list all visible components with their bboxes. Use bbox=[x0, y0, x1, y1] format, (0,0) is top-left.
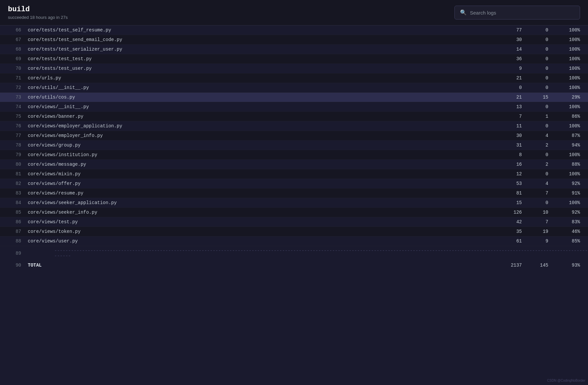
search-box[interactable]: 🔍 Search logs bbox=[454, 6, 580, 20]
row-number: 87 bbox=[0, 229, 26, 234]
row-number: 82 bbox=[0, 181, 26, 186]
row-stmts: 53 bbox=[495, 181, 528, 186]
table-row: 83 core/views/resume.py 81 7 91% bbox=[0, 189, 588, 198]
row-file: core/tests/test_self_resume.py bbox=[26, 27, 495, 33]
table-row: 78 core/views/group.py 31 2 94% bbox=[0, 141, 588, 150]
row-cover: 92% bbox=[555, 210, 588, 215]
row-cover: 100% bbox=[555, 85, 588, 90]
row-file: core/views/token.py bbox=[26, 229, 495, 234]
row-file: core/views/offer.py bbox=[26, 181, 495, 186]
row-cover: 100% bbox=[555, 47, 588, 52]
row-cover: 91% bbox=[555, 191, 588, 196]
row-number: 70 bbox=[0, 66, 26, 71]
row-file: core/views/institution.py bbox=[26, 152, 495, 157]
row-stmts: 42 bbox=[495, 219, 528, 225]
row-cover: 88% bbox=[555, 162, 588, 167]
row-cover: 100% bbox=[555, 37, 588, 42]
row-file: core/views/mixin.py bbox=[26, 171, 495, 177]
row-miss: 0 bbox=[528, 152, 555, 157]
row-cover: 100% bbox=[555, 66, 588, 71]
row-number: 71 bbox=[0, 75, 26, 81]
row-file: core/views/employer_application.py bbox=[26, 123, 495, 129]
row-file: core/utils/cos.py bbox=[26, 95, 495, 100]
row-miss: 10 bbox=[528, 210, 555, 215]
row-stmts: 9 bbox=[495, 66, 528, 71]
row-stmts: 0 bbox=[495, 85, 528, 90]
row-number: 73 bbox=[0, 95, 26, 100]
row-file: core/urls.py bbox=[26, 75, 495, 81]
table-row: 86 core/views/test.py 42 7 83% bbox=[0, 217, 588, 227]
row-file: core/views/seeker_info.py bbox=[26, 210, 495, 215]
total-stmts: 2137 bbox=[495, 263, 528, 268]
row-miss: 9 bbox=[528, 238, 555, 244]
table-row: 68 core/tests/test_serializer_user.py 14… bbox=[0, 45, 588, 54]
row-cover: 100% bbox=[555, 104, 588, 109]
row-file: core/views/resume.py bbox=[26, 191, 495, 196]
row-miss: 1 bbox=[528, 114, 555, 119]
row-number: 75 bbox=[0, 114, 26, 119]
row-number: 69 bbox=[0, 56, 26, 62]
total-miss: 145 bbox=[528, 263, 555, 268]
row-file: core/utils/__init__.py bbox=[26, 85, 495, 90]
total-row: 90 TOTAL 2137 145 93% bbox=[0, 261, 588, 270]
watermark: CSDN @CodingNoBorder bbox=[547, 379, 585, 382]
row-stmts: 77 bbox=[495, 27, 528, 33]
table-row: 74 core/views/__init__.py 13 0 100% bbox=[0, 102, 588, 112]
row-number: 81 bbox=[0, 171, 26, 177]
row-number: 85 bbox=[0, 210, 26, 215]
row-stmts: 30 bbox=[495, 37, 528, 42]
total-label: TOTAL bbox=[26, 263, 495, 268]
row-number: 77 bbox=[0, 133, 26, 138]
build-title: build bbox=[8, 5, 68, 14]
row-miss: 0 bbox=[528, 66, 555, 71]
row-stmts: 16 bbox=[495, 162, 528, 167]
row-stmts: 7 bbox=[495, 114, 528, 119]
row-number: 66 bbox=[0, 27, 26, 33]
table-row: 88 core/views/user.py 61 9 85% bbox=[0, 236, 588, 246]
row-number: 88 bbox=[0, 238, 26, 244]
row-file: core/views/test.py bbox=[26, 219, 495, 225]
row-cover: 100% bbox=[555, 152, 588, 157]
row-stmts: 126 bbox=[495, 210, 528, 215]
row-miss: 19 bbox=[528, 229, 555, 234]
row-miss: 0 bbox=[528, 75, 555, 81]
table-row: 73 core/utils/cos.py 21 15 29% bbox=[0, 93, 588, 102]
row-cover: 83% bbox=[555, 219, 588, 225]
row-miss: 7 bbox=[528, 191, 555, 196]
row-cover: 100% bbox=[555, 171, 588, 177]
header: build succeeded 18 hours ago in 27s 🔍 Se… bbox=[0, 0, 588, 25]
table-row: 85 core/views/seeker_info.py 126 10 92% bbox=[0, 208, 588, 217]
table-row: 66 core/tests/test_self_resume.py 77 0 1… bbox=[0, 25, 588, 35]
row-cover: 46% bbox=[555, 229, 588, 234]
row-stmts: 8 bbox=[495, 152, 528, 157]
row-stmts: 61 bbox=[495, 238, 528, 244]
header-left: build succeeded 18 hours ago in 27s bbox=[8, 5, 68, 20]
row-stmts: 36 bbox=[495, 56, 528, 62]
row-number: 68 bbox=[0, 47, 26, 52]
row-stmts: 11 bbox=[495, 123, 528, 129]
row-cover: 92% bbox=[555, 181, 588, 186]
row-cover: 100% bbox=[555, 123, 588, 129]
row-file: core/views/group.py bbox=[26, 143, 495, 148]
row-file: core/views/employer_info.py bbox=[26, 133, 495, 138]
row-file: core/views/__init__.py bbox=[26, 104, 495, 109]
search-placeholder: Search logs bbox=[470, 10, 496, 16]
row-miss: 0 bbox=[528, 27, 555, 33]
row-miss: 2 bbox=[528, 143, 555, 148]
row-stmts: 14 bbox=[495, 47, 528, 52]
table-row: 67 core/tests/test_send_email_code.py 30… bbox=[0, 35, 588, 45]
row-number: 78 bbox=[0, 143, 26, 148]
row-miss: 2 bbox=[528, 162, 555, 167]
row-cover: 100% bbox=[555, 200, 588, 205]
row-number: 86 bbox=[0, 219, 26, 225]
row-number: 79 bbox=[0, 152, 26, 157]
row-file: core/views/seeker_application.py bbox=[26, 200, 495, 205]
row-number: 80 bbox=[0, 162, 26, 167]
row-stmts: 15 bbox=[495, 200, 528, 205]
total-cover: 93% bbox=[555, 263, 588, 268]
row-file: core/views/message.py bbox=[26, 162, 495, 167]
table-row: 71 core/urls.py 21 0 100% bbox=[0, 73, 588, 83]
row-stmts: 21 bbox=[495, 75, 528, 81]
row-miss: 4 bbox=[528, 181, 555, 186]
table-row: 80 core/views/message.py 16 2 88% bbox=[0, 160, 588, 169]
